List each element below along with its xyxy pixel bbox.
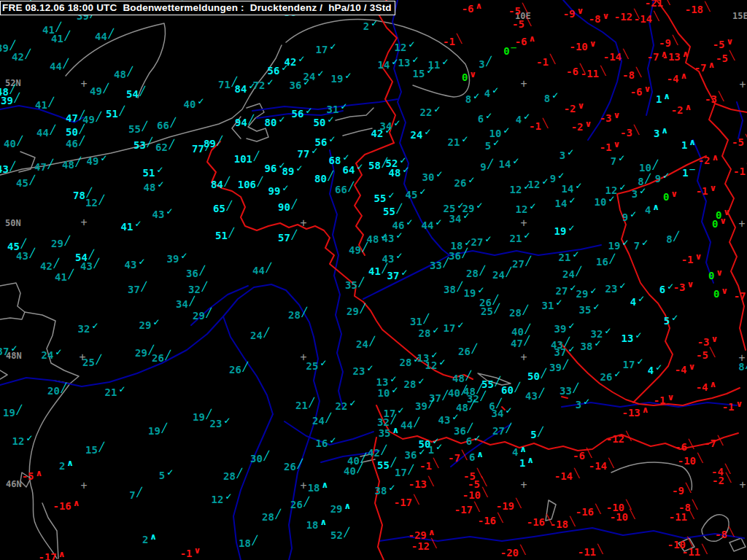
station: 90╱	[278, 202, 297, 212]
tendency-value: -11	[669, 512, 687, 522]
station: 8╱	[666, 234, 679, 244]
station: 37✓	[387, 271, 409, 281]
tendency-symbol-icon: ∨	[710, 184, 717, 192]
station: 42✓	[371, 128, 392, 139]
tendency-value: -4	[696, 382, 708, 392]
tendency-value: 13	[376, 377, 389, 387]
tendency-value: 55	[374, 193, 387, 203]
tendency-symbol-icon: ╱	[229, 228, 234, 237]
tendency-value: 9	[480, 162, 486, 172]
station: 14✓	[378, 60, 399, 70]
tendency-symbol-icon: ╱	[80, 125, 85, 133]
tendency-value: 48	[144, 182, 156, 192]
station: 5✓	[664, 316, 679, 326]
tendency-symbol-icon: ∨	[689, 362, 696, 371]
tendency-value: 12	[212, 494, 224, 505]
tendency-value: -21	[645, 0, 663, 8]
tendency-value: 55	[128, 124, 141, 134]
tendency-symbol-icon: ∧	[712, 153, 719, 162]
tendency-value: 28	[262, 512, 274, 522]
tendency-symbol-icon: ╱	[206, 308, 212, 317]
tendency-value: 24	[562, 269, 575, 279]
tendency-symbol-icon: ∨	[711, 335, 719, 343]
tendency-value: -5	[716, 53, 728, 63]
tendency-value: 0	[462, 72, 468, 82]
station: 26╱	[229, 365, 248, 375]
station: 15╱	[85, 445, 104, 455]
tendency-value: 18	[239, 538, 251, 548]
station: -7∧	[694, 63, 716, 73]
tendency-symbol-icon: ╱	[541, 369, 546, 378]
station: -11╲	[669, 512, 694, 522]
station: -4∨	[675, 365, 696, 375]
tendency-value: -4	[667, 74, 679, 84]
station: 33╱	[430, 260, 449, 271]
tendency-value: -6	[566, 66, 578, 77]
tendency-symbol-icon: ✓	[432, 326, 439, 335]
station: 10✓	[378, 388, 399, 398]
tendency-symbol-icon: ╲	[729, 527, 734, 536]
tendency-value: 1	[682, 168, 688, 178]
tendency-symbol-icon: ╱	[344, 528, 349, 537]
station: -7╲	[448, 453, 467, 463]
station: -16╲	[478, 516, 503, 526]
station: 12✓	[516, 204, 537, 214]
tendency-value: 24	[411, 130, 423, 140]
tendency-symbol-icon: ╲	[710, 348, 715, 357]
tendency-value: -9	[659, 38, 671, 48]
tendency-symbol-icon: ╱	[147, 138, 152, 147]
tendency-symbol-icon: ╱	[468, 424, 473, 432]
station: -3∨	[600, 113, 621, 123]
station: 43╱	[525, 391, 544, 401]
tendency-symbol-icon: ✓	[55, 348, 62, 357]
tendency-symbol-icon: ∧	[710, 380, 717, 389]
tendency-value: -12	[411, 541, 430, 551]
tendency-symbol-icon: ∧	[685, 103, 692, 112]
tendency-value: 1	[681, 140, 687, 150]
station: -1∨	[180, 548, 201, 559]
tendency-value: 43	[152, 209, 165, 219]
station: 84╱	[211, 179, 230, 190]
tendency-symbol-icon: ∧	[681, 71, 688, 80]
tendency-symbol-icon: ✓	[406, 218, 413, 227]
station: -5╲	[508, 6, 527, 16]
tendency-value: 3	[654, 128, 659, 139]
tendency-symbol-icon: ✓	[503, 126, 510, 135]
tendency-symbol-icon: ╱	[61, 384, 66, 392]
tendency-value: 4	[630, 297, 636, 307]
station: 49╱	[82, 114, 101, 125]
tendency-symbol-icon: ╱	[243, 362, 248, 371]
station: -17╲	[454, 505, 480, 515]
tendency-symbol-icon: ∧	[661, 126, 668, 135]
station: 60╱	[501, 385, 520, 395]
tendency-value: 27	[492, 426, 505, 436]
station: 13✓	[398, 58, 419, 68]
tendency-symbol-icon: ✓	[568, 345, 575, 354]
station: 13✓	[622, 333, 643, 343]
tendency-value: 60	[501, 385, 514, 395]
station: -13∧	[662, 52, 689, 62]
tendency-value: 12	[395, 42, 407, 52]
station: 19╱	[148, 426, 167, 436]
tendency-symbol-icon: ╱	[526, 257, 531, 265]
tendency-symbol-icon: ✓	[166, 207, 173, 216]
tendency-value: 40	[344, 466, 356, 476]
station: -9╲	[672, 486, 691, 496]
tendency-symbol-icon: ╱	[30, 249, 35, 257]
tendency-symbol-icon: ✓	[344, 71, 352, 80]
tendency-value: 35	[579, 305, 592, 315]
tendency-symbol-icon: ╲	[574, 469, 579, 478]
tendency-value: 68	[329, 155, 341, 166]
tendency-value: 49	[90, 86, 102, 96]
tendency-symbol-icon: ✓	[223, 416, 231, 425]
tendency-value: 24	[492, 270, 505, 280]
tendency-value: 54	[126, 89, 139, 99]
tendency-value: -9	[672, 486, 684, 496]
station: -14╲	[603, 52, 629, 62]
tendency-symbol-icon: ✓	[476, 201, 483, 210]
tendency-value: 35	[345, 280, 357, 290]
station: 55╱	[377, 460, 396, 470]
tendency-value: 28	[509, 308, 522, 318]
tendency-symbol-icon: ✓	[156, 166, 163, 174]
tendency-symbol-icon: ╱	[99, 195, 104, 204]
